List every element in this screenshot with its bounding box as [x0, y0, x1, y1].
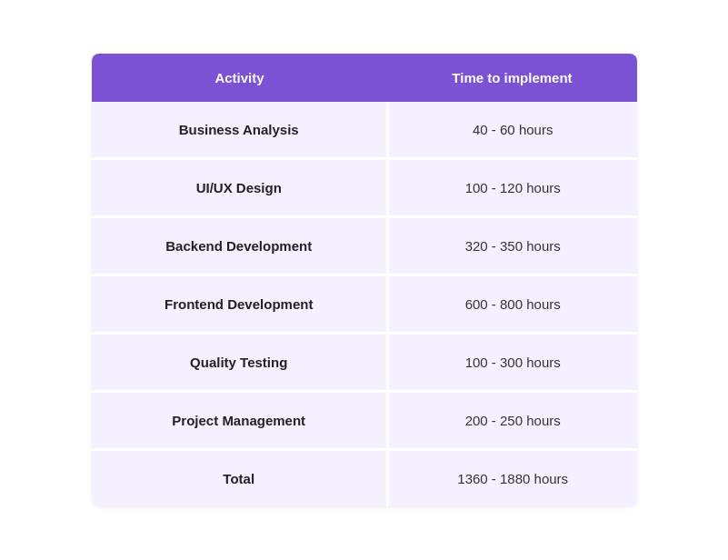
table-row: Frontend Development600 - 800 hours	[92, 275, 637, 334]
time-cell: 100 - 120 hours	[387, 159, 636, 217]
table-row: Backend Development320 - 350 hours	[92, 217, 637, 275]
time-cell: 1360 - 1880 hours	[387, 450, 636, 507]
time-cell: 100 - 300 hours	[387, 334, 636, 392]
activity-cell: Project Management	[92, 392, 388, 450]
implementation-table: Activity Time to implement Business Anal…	[92, 54, 637, 506]
activity-cell: Business Analysis	[92, 102, 388, 159]
table-row: Quality Testing100 - 300 hours	[92, 334, 637, 392]
activity-cell: Backend Development	[92, 217, 388, 275]
time-cell: 200 - 250 hours	[387, 392, 636, 450]
table-row: Total1360 - 1880 hours	[92, 450, 637, 507]
activity-cell: Total	[92, 450, 388, 507]
activity-cell: Frontend Development	[92, 275, 388, 334]
activity-cell: UI/UX Design	[92, 159, 388, 217]
time-cell: 320 - 350 hours	[387, 217, 636, 275]
time-cell: 40 - 60 hours	[387, 102, 636, 159]
table-row: UI/UX Design100 - 120 hours	[92, 159, 637, 217]
table-header-row: Activity Time to implement	[92, 54, 637, 102]
table-row: Project Management200 - 250 hours	[92, 392, 637, 450]
activity-column-header: Activity	[92, 54, 388, 102]
table-container: Activity Time to implement Business Anal…	[92, 54, 637, 506]
time-column-header: Time to implement	[387, 54, 636, 102]
activity-cell: Quality Testing	[92, 334, 388, 392]
time-cell: 600 - 800 hours	[387, 275, 636, 334]
table-row: Business Analysis40 - 60 hours	[92, 102, 637, 159]
